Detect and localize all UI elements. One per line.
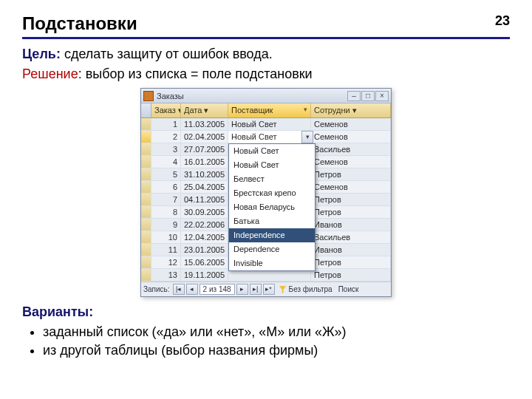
- cell-employee[interactable]: Семенов: [311, 156, 391, 168]
- row-selector[interactable]: [141, 143, 151, 155]
- cell-date[interactable]: 11.03.2005: [181, 118, 228, 130]
- list-item: из другой таблицы (выбор названия фирмы): [43, 343, 510, 358]
- cell-order[interactable]: 5: [151, 168, 181, 180]
- cell-date[interactable]: 19.11.2005: [181, 269, 228, 281]
- cell-supplier[interactable]: Новый Свет: [228, 118, 311, 130]
- search-label: Поиск: [338, 285, 359, 293]
- cell-supplier-active[interactable]: Новый Свет: [228, 131, 311, 143]
- row-selector[interactable]: [141, 244, 151, 256]
- select-all-header[interactable]: [141, 103, 151, 117]
- dropdown-option[interactable]: Белвест: [229, 172, 315, 186]
- recordnav-last[interactable]: ▸|: [250, 284, 262, 295]
- dropdown-option[interactable]: Новый Свет: [229, 144, 315, 158]
- cell-employee[interactable]: Семенов: [311, 181, 391, 193]
- cell-employee[interactable]: Петров: [311, 168, 391, 180]
- cell-employee[interactable]: Петров: [311, 194, 391, 205]
- cell-date[interactable]: 23.01.2005: [181, 244, 228, 256]
- cell-employee[interactable]: Петров: [311, 269, 391, 281]
- title-rule: [22, 37, 510, 39]
- recordnav-first[interactable]: |◂: [173, 284, 185, 295]
- page-number: 23: [495, 13, 510, 29]
- cell-employee[interactable]: Иванов: [311, 244, 391, 256]
- goal-text: сделать защиту от ошибок ввода.: [61, 47, 273, 61]
- cell-date[interactable]: 22.02.2006: [181, 219, 228, 231]
- recordnav-new[interactable]: ▸*: [263, 284, 275, 295]
- goal-label: Цель:: [22, 47, 61, 61]
- header-employee[interactable]: Сотрудни ▾: [311, 103, 391, 117]
- dropdown-option[interactable]: Новая Беларусь: [229, 200, 315, 214]
- variants-list: заданный список («да» или «нет», «М» или…: [43, 324, 510, 358]
- cell-employee[interactable]: Васильев: [311, 231, 391, 243]
- row-selector[interactable]: [141, 269, 151, 281]
- row-selector[interactable]: [141, 256, 151, 268]
- cell-employee[interactable]: Петров: [311, 206, 391, 218]
- cell-order[interactable]: 1: [151, 118, 181, 130]
- dropdown-option[interactable]: Новый Свет: [229, 158, 315, 172]
- table-row[interactable]: 111.03.2005Новый СветСеменов: [141, 118, 391, 131]
- row-selector[interactable]: [141, 231, 151, 243]
- window-title: Заказы: [157, 92, 347, 100]
- close-button[interactable]: ×: [375, 91, 389, 101]
- dropdown-option[interactable]: Dependence: [229, 242, 315, 256]
- slide-title: Подстановки: [22, 13, 510, 34]
- row-selector[interactable]: [141, 206, 151, 218]
- recordnav-next[interactable]: ▸: [236, 284, 248, 295]
- cell-order[interactable]: 13: [151, 269, 181, 281]
- cell-employee[interactable]: Петров: [311, 256, 391, 268]
- cell-date[interactable]: 12.04.2005: [181, 231, 228, 243]
- cell-employee[interactable]: Семенов: [311, 118, 391, 130]
- dropdown-option[interactable]: Батька: [229, 214, 315, 228]
- variants-label: Варианты:: [22, 304, 93, 319]
- cell-order[interactable]: 8: [151, 206, 181, 218]
- cell-employee[interactable]: Иванов: [311, 219, 391, 231]
- minimize-button[interactable]: –: [347, 91, 361, 101]
- row-selector[interactable]: [141, 131, 151, 143]
- row-selector[interactable]: [141, 156, 151, 168]
- cell-order[interactable]: 2: [151, 131, 181, 143]
- list-item: заданный список («да» или «нет», «М» или…: [43, 324, 510, 340]
- row-selector[interactable]: [141, 168, 151, 180]
- cell-employee[interactable]: Семенов: [311, 131, 391, 143]
- recordnav-prev[interactable]: ◂: [186, 284, 198, 295]
- record-navigator: Запись: |◂ ◂ 2 из 148 ▸ ▸| ▸* Без фильтр…: [141, 282, 391, 296]
- cell-order[interactable]: 6: [151, 181, 181, 193]
- titlebar: Заказы – □ ×: [141, 89, 391, 103]
- cell-order[interactable]: 10: [151, 231, 181, 243]
- cell-date[interactable]: 16.01.2005: [181, 156, 228, 168]
- row-selector[interactable]: [141, 194, 151, 205]
- header-date[interactable]: Дата ▾: [181, 103, 228, 117]
- datagrid: 111.03.2005Новый СветСеменов202.04.2005Н…: [141, 118, 391, 282]
- dropdown-option[interactable]: Independence: [229, 228, 315, 242]
- cell-employee[interactable]: Васильев: [311, 143, 391, 155]
- maximize-button[interactable]: □: [361, 91, 375, 101]
- recordnav-label: Запись:: [143, 285, 170, 293]
- dropdown-option[interactable]: Брестская крепо: [229, 186, 315, 200]
- filter-label: Без фильтра: [289, 285, 332, 293]
- cell-order[interactable]: 3: [151, 143, 181, 155]
- cell-date[interactable]: 25.04.2005: [181, 181, 228, 193]
- funnel-icon: [279, 286, 287, 293]
- solution-label: Решение: [22, 66, 78, 81]
- recordnav-counter: 2 из 148: [200, 284, 235, 295]
- header-order[interactable]: Заказ ▾: [151, 103, 181, 117]
- cell-date[interactable]: 27.07.2005: [181, 143, 228, 155]
- cell-date[interactable]: 31.10.2005: [181, 168, 228, 180]
- table-row[interactable]: 202.04.2005Новый Свет▾Новый СветНовый Св…: [141, 131, 391, 143]
- cell-date[interactable]: 04.11.2005: [181, 194, 228, 205]
- cell-order[interactable]: 7: [151, 194, 181, 205]
- row-selector[interactable]: [141, 118, 151, 130]
- cell-order[interactable]: 12: [151, 256, 181, 268]
- dropdown-option[interactable]: Invisible: [229, 256, 315, 270]
- cell-order[interactable]: 11: [151, 244, 181, 256]
- filter-indicator[interactable]: Без фильтра: [279, 285, 332, 293]
- supplier-dropdown[interactable]: Новый СветНовый СветБелвестБрестская кре…: [228, 143, 316, 271]
- cell-date[interactable]: 02.04.2005: [181, 131, 228, 143]
- header-supplier[interactable]: Поставщик: [228, 103, 311, 117]
- cell-date[interactable]: 15.06.2005: [181, 256, 228, 268]
- row-selector[interactable]: [141, 181, 151, 193]
- cell-order[interactable]: 4: [151, 156, 181, 168]
- dropdown-arrow[interactable]: ▾: [301, 131, 313, 143]
- row-selector[interactable]: [141, 219, 151, 231]
- cell-date[interactable]: 30.09.2005: [181, 206, 228, 218]
- cell-order[interactable]: 9: [151, 219, 181, 231]
